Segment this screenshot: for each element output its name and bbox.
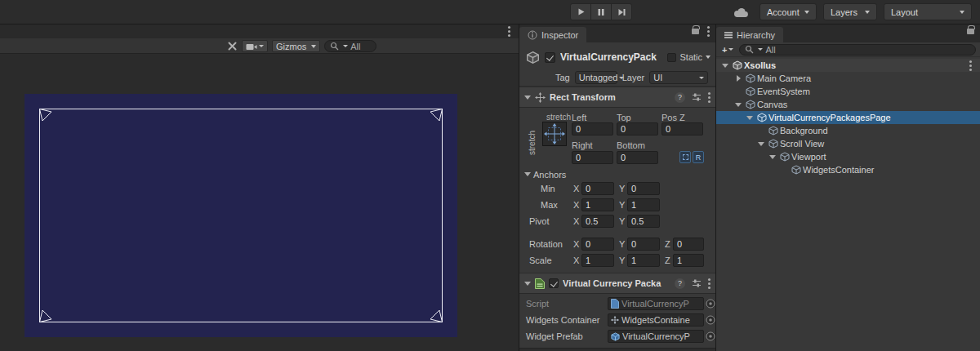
step-button[interactable] (611, 3, 632, 20)
hierarchy-search-input[interactable]: All (739, 44, 976, 56)
presets-icon[interactable] (692, 93, 702, 101)
rotation-z-field[interactable]: 0 (673, 238, 704, 251)
static-dropdown[interactable]: Static (667, 52, 710, 62)
kebab-menu-icon[interactable] (969, 64, 972, 67)
kebab-menu-icon[interactable] (707, 30, 710, 33)
anchors-foldout-arrow[interactable] (524, 172, 531, 176)
scale-y-field[interactable]: 1 (627, 254, 660, 267)
object-picker-icon[interactable] (706, 331, 715, 343)
script-object-field[interactable]: VirtualCurrencyP (608, 297, 704, 310)
top-field[interactable]: 0 (617, 122, 658, 136)
tag-value: Untagged (579, 73, 618, 82)
max-x-field[interactable]: 1 (581, 198, 614, 211)
layout-dropdown[interactable]: Layout (884, 3, 972, 20)
active-checkbox[interactable] (545, 52, 555, 63)
scale-x-axis-label: X (573, 255, 579, 265)
object-picker-icon[interactable] (706, 315, 715, 327)
hierarchy-row[interactable]: EventSystem (716, 85, 980, 98)
rotation-x-field[interactable]: 0 (581, 238, 614, 251)
add-object-button[interactable]: + (720, 45, 735, 55)
hierarchy-row[interactable]: Main Camera (716, 72, 980, 85)
kebab-menu-icon[interactable] (708, 96, 710, 99)
hierarchy-row-scene[interactable]: Xsollus (716, 59, 980, 72)
bottom-field[interactable]: 0 (617, 151, 658, 164)
widgets-container-field[interactable]: WidgetsContaine (608, 313, 704, 327)
foldout-arrow-icon[interactable] (524, 96, 531, 100)
pivot-x-field[interactable]: 0.5 (581, 215, 614, 228)
widget-prefab-field[interactable]: VirtualCurrencyP (608, 330, 704, 343)
object-name: VirtualCurrencyPackagesPage (768, 113, 891, 122)
max-y-field[interactable]: 1 (627, 198, 660, 211)
hierarchy-row[interactable]: Background (716, 124, 980, 137)
posz-field[interactable]: 0 (662, 122, 703, 136)
foldout-arrow-icon[interactable] (746, 116, 753, 120)
foldout-arrow-icon[interactable] (769, 155, 776, 159)
scale-z-field[interactable]: 1 (673, 254, 704, 267)
hierarchy-row-selected[interactable]: VirtualCurrencyPackagesPage (716, 111, 980, 124)
script-component-header[interactable]: Virtual Currency Packa ? (519, 273, 715, 294)
kebab-menu-icon[interactable] (508, 30, 510, 33)
hierarchy-row[interactable]: Viewport (716, 150, 980, 163)
raw-edit-mode-button[interactable]: R (693, 151, 704, 163)
gameobject-cube-icon[interactable] (526, 51, 540, 64)
gameobject-cube-icon (746, 100, 755, 109)
hierarchy-tree: Xsollus Main Camera EventSystem Canvas (716, 57, 980, 176)
chevron-down-icon (706, 56, 710, 59)
hierarchy-row[interactable]: Canvas (716, 98, 980, 111)
component-enabled-checkbox[interactable] (549, 278, 559, 288)
hierarchy-row[interactable]: Scroll View (716, 137, 980, 150)
tab-hierarchy[interactable]: Hierarchy (716, 27, 783, 42)
lock-icon[interactable] (967, 29, 974, 34)
foldout-arrow-icon[interactable] (524, 282, 531, 286)
scene-camera-dropdown[interactable] (242, 40, 268, 52)
scene-search-input[interactable]: All (324, 40, 376, 52)
foldout-arrow-icon[interactable] (722, 64, 728, 68)
rect-transform-gizmo (24, 94, 457, 337)
left-column-label: Left (572, 113, 586, 122)
pause-button[interactable] (590, 3, 612, 20)
min-y-field[interactable]: 0 (627, 182, 660, 195)
scale-x-field[interactable]: 1 (581, 254, 614, 267)
kebab-menu-icon[interactable] (708, 282, 710, 285)
object-name: Background (780, 126, 828, 136)
tools-icon[interactable] (227, 41, 238, 51)
gameobject-name[interactable]: VirtualCurrencyPack (560, 51, 662, 63)
foldout-arrow-icon[interactable] (737, 75, 741, 82)
toolbar-right-controls: Account Layers Layout (728, 3, 972, 20)
layers-dropdown[interactable]: Layers (823, 3, 877, 20)
chevron-down-icon (804, 11, 809, 14)
blueprint-mode-button[interactable] (679, 151, 691, 163)
left-field[interactable]: 0 (572, 122, 613, 136)
help-icon[interactable]: ? (675, 278, 685, 289)
scene-viewport[interactable] (0, 54, 519, 351)
object-picker-icon[interactable] (706, 299, 715, 310)
cloud-services-button[interactable] (728, 5, 753, 20)
anchor-preset-widget[interactable] (542, 122, 567, 146)
chevron-down-icon (699, 77, 704, 79)
right-column-label: Right (572, 140, 593, 150)
account-dropdown[interactable]: Account (760, 3, 817, 20)
tag-dropdown[interactable]: Untagged (575, 71, 617, 84)
presets-icon[interactable] (692, 279, 702, 287)
gizmos-dropdown[interactable]: Gizmos (272, 40, 320, 52)
script-value: VirtualCurrencyP (621, 299, 689, 309)
play-button[interactable] (570, 3, 591, 20)
rotation-y-field[interactable]: 0 (627, 238, 660, 251)
pivot-y-field[interactable]: 0.5 (627, 215, 660, 228)
hierarchy-row[interactable]: WidgetsContainer (716, 163, 980, 176)
foldout-arrow-icon[interactable] (758, 142, 764, 146)
script-component-icon (535, 278, 545, 289)
layer-dropdown[interactable]: UI (649, 71, 708, 84)
tab-inspector[interactable]: Inspector (519, 27, 586, 42)
rect-transform-header[interactable]: Rect Transform ? (519, 87, 715, 108)
min-label: Min (541, 184, 555, 193)
help-icon[interactable]: ? (675, 92, 685, 103)
script-file-icon (611, 299, 619, 309)
rotation-z-axis-label: Z (665, 239, 670, 249)
static-checkbox[interactable] (667, 53, 676, 62)
foldout-arrow-icon[interactable] (735, 103, 742, 107)
right-field[interactable]: 0 (572, 151, 613, 164)
lock-icon[interactable] (692, 29, 699, 34)
scene-canvas-object[interactable] (24, 94, 457, 337)
min-x-field[interactable]: 0 (581, 182, 614, 195)
